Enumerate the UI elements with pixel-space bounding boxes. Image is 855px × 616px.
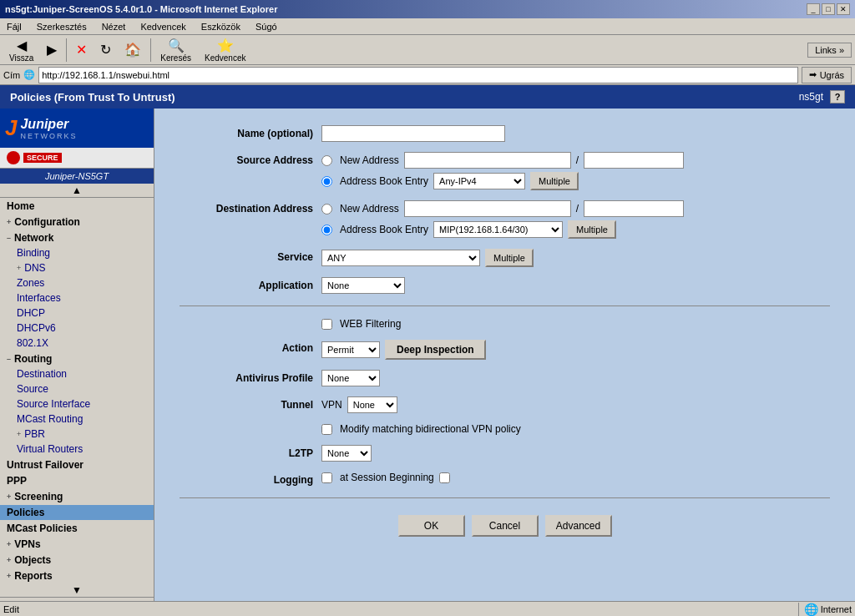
menu-favorites[interactable]: Kedvencek [137,21,189,33]
menu-file[interactable]: Fájl [3,21,25,33]
action-select[interactable]: Permit Deny Reject Tunnel Encrypt [321,341,380,358]
nav-zones-label: Zones [17,277,44,289]
nav-dhcpv6[interactable]: DHCPv6 [0,321,154,336]
nav-source[interactable]: Source [0,381,154,396]
screening-expand-icon: + [7,492,11,501]
star-icon: ⭐ [217,38,234,53]
nav-virtual-routers-label: Virtual Routers [17,443,83,455]
nav-binding[interactable]: Binding [0,245,154,260]
nav-vpns[interactable]: + VPNs [0,537,154,552]
help-button[interactable]: ? [830,90,845,104]
nav-dhcp[interactable]: DHCP [0,305,154,321]
nav-source-interface[interactable]: Source Interface [0,396,154,412]
logo-juniper: Juniper [20,117,77,132]
nav-routing[interactable]: – Routing [0,351,154,366]
dst-address-select[interactable]: MIP(192.168.1.64/30) Any Any-IPv4 [433,221,563,238]
address-bar: Cím 🌐 ➡ Ugrás [0,65,855,85]
nav-home[interactable]: Home [0,199,154,214]
dst-multiple-button[interactable]: Multiple [568,220,616,239]
name-row: Name (optional) [180,125,830,142]
links-button[interactable]: Links » [807,43,852,58]
src-new-address-input[interactable] [404,152,571,169]
search-button[interactable]: 🔍 Keresés [154,37,197,63]
search-icon: 🔍 [168,38,185,53]
src-new-address-radio[interactable] [321,155,332,166]
dst-slash-input[interactable] [584,200,684,217]
service-multiple-button[interactable]: Multiple [485,249,534,267]
toolbar-sep-1 [66,38,67,62]
nav-reports[interactable]: + Reports [0,568,154,583]
tunnel-label: Tunnel [180,396,313,411]
src-multiple-button[interactable]: Multiple [530,172,579,190]
modify-vpn-checkbox[interactable] [321,424,332,435]
nav-interfaces[interactable]: Interfaces [0,290,154,305]
nav-configuration[interactable]: + Configuration [0,215,154,230]
modify-vpn-controls: Modify matching bidirectional VPN policy [321,423,521,435]
nav-pbr[interactable]: + PBR [0,427,154,442]
nav-screening[interactable]: + Screening [0,489,154,504]
forward-button[interactable]: ▶ [41,37,63,63]
antivirus-select[interactable]: None [321,370,380,386]
logging-checkbox-2[interactable] [439,472,450,483]
web-filtering-spacer [180,318,313,321]
nav-destination[interactable]: Destination [0,366,154,381]
trend-badge: SECURE [23,153,62,163]
back-button[interactable]: ◀ Vissza [3,37,39,63]
nav-objects[interactable]: + Objects [0,553,154,568]
home-button[interactable]: 🏠 [119,37,147,63]
window-controls[interactable]: _ □ ✕ [807,3,850,15]
content-area: Name (optional) Source Address New Addre… [154,109,855,601]
minimize-button[interactable]: _ [807,3,820,15]
nav-zones[interactable]: Zones [0,275,154,290]
scroll-down-button[interactable]: ▼ [0,583,154,598]
nav-policies[interactable]: Policies [0,505,154,520]
tunnel-row: Tunnel VPN None [180,396,830,413]
source-address-row: Source Address New Address / Address Boo… [180,152,830,190]
src-address-select[interactable]: Any-IPv4 Any Any-IPv6 [433,173,525,189]
ok-button[interactable]: OK [398,515,465,537]
deep-inspection-button[interactable]: Deep Inspection [385,340,486,360]
address-input[interactable] [38,67,797,83]
modify-vpn-row: Modify matching bidirectional VPN policy [180,423,830,435]
logging-checkbox[interactable] [321,472,332,483]
name-input[interactable] [321,125,505,142]
go-button[interactable]: ➡ Ugrás [802,67,852,83]
dst-address-book-radio[interactable] [321,225,332,235]
nav-8021x[interactable]: 802.1X [0,336,154,351]
application-label: Application [180,277,313,291]
src-address-book-radio[interactable] [321,176,332,187]
nav-virtual-routers[interactable]: Virtual Routers [0,442,154,457]
menu-edit[interactable]: Szerkesztés [33,21,90,33]
modify-vpn-label: Modify matching bidirectional VPN policy [340,423,521,435]
l2tp-select[interactable]: None [321,445,372,462]
sidebar: J Juniper NETWORKS SECURE Juniper-NS5GT … [0,109,154,601]
nav-mcast-routing[interactable]: MCast Routing [0,412,154,427]
scroll-up-button[interactable]: ▲ [0,184,154,198]
nav-untrust-failover[interactable]: Untrust Failover [0,457,154,472]
nav-dns[interactable]: + DNS [0,260,154,275]
cancel-button[interactable]: Cancel [472,515,539,537]
maximize-button[interactable]: □ [822,3,835,15]
service-select[interactable]: ANY [321,250,480,266]
advanced-button[interactable]: Advanced [545,515,612,537]
src-slash-input[interactable] [584,152,684,169]
menu-tools[interactable]: Eszközök [198,21,244,33]
dst-new-address-radio[interactable] [321,204,332,215]
menu-help[interactable]: Súgó [252,21,281,33]
nav-objects-label: Objects [14,554,51,566]
source-address-controls: New Address / Address Book Entry Any-IPv… [321,152,684,190]
vpn-select[interactable]: None [347,396,397,413]
favorites-button[interactable]: ⭐ Kedvencek [199,37,251,63]
application-select[interactable]: None [321,277,405,294]
routing-expand-icon: – [7,355,11,363]
refresh-button[interactable]: ↻ [94,37,117,63]
nav-ppp[interactable]: PPP [0,473,154,488]
menu-view[interactable]: Nézet [99,21,129,33]
close-button[interactable]: ✕ [837,3,850,15]
nav-network[interactable]: – Network [0,230,154,245]
web-filtering-checkbox[interactable] [321,319,332,330]
back-icon: ◀ [17,38,27,53]
nav-mcast-policies[interactable]: MCast Policies [0,521,154,536]
dst-new-address-input[interactable] [404,200,571,217]
stop-button[interactable]: ✕ [70,37,93,63]
